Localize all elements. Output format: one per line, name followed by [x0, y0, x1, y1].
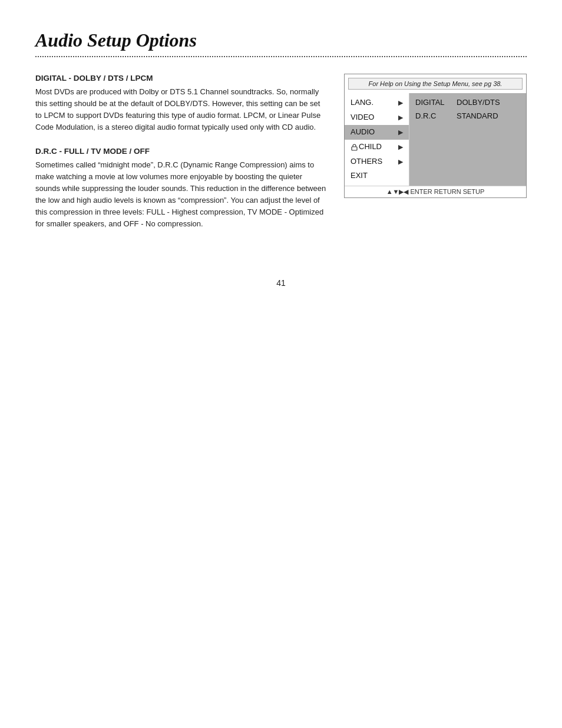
menu-item-others-arrow: ▶ — [398, 157, 403, 166]
section-divider — [35, 56, 527, 57]
page-content: Audio Setup Options DIGITAL - DOLBY / DT… — [0, 0, 562, 323]
menu-box: For Help on Using the Setup Menu, see pg… — [344, 74, 527, 198]
menu-item-child-arrow: ▶ — [398, 143, 403, 151]
menu-right-digital-value: DOLBY/DTS — [457, 98, 500, 107]
menu-item-video[interactable]: VIDEO ▶ — [345, 110, 409, 125]
menu-item-audio-label: AUDIO — [351, 127, 375, 137]
page-number: 41 — [35, 278, 527, 288]
section-digital: DIGITAL - DOLBY / DTS / LPCM Most DVDs a… — [35, 74, 326, 134]
menu-item-child[interactable]: CHILD ▶ — [345, 140, 409, 154]
section-drc-heading: D.R.C - FULL / TV MODE / OFF — [35, 147, 326, 156]
menu-left-column: LANG. ▶ VIDEO ▶ AUDIO ▶ — [345, 93, 409, 186]
menu-item-video-arrow: ▶ — [398, 113, 403, 121]
menu-item-audio[interactable]: AUDIO ▶ — [345, 125, 409, 140]
menu-nav-bar: ▲▼▶◀ ENTER RETURN SETUP — [345, 186, 526, 197]
menu-help-bar: For Help on Using the Setup Menu, see pg… — [348, 78, 523, 90]
svg-rect-0 — [352, 147, 357, 150]
main-layout: DIGITAL - DOLBY / DTS / LPCM Most DVDs a… — [35, 74, 527, 243]
menu-right-row-digital: DIGITAL DOLBY/DTS — [409, 95, 526, 109]
menu-right-row-drc: D.R.C STANDARD — [409, 109, 526, 123]
page-title: Audio Setup Options — [35, 29, 527, 51]
lock-icon — [351, 143, 358, 151]
menu-right-drc-label: D.R.C — [415, 111, 457, 120]
menu-right-column: DIGITAL DOLBY/DTS D.R.C STANDARD — [409, 93, 526, 186]
menu-item-lang-label: LANG. — [351, 98, 373, 108]
menu-item-exit-label: EXIT — [351, 171, 368, 181]
menu-item-lang-arrow: ▶ — [398, 98, 403, 107]
menu-item-others[interactable]: OTHERS ▶ — [345, 154, 409, 169]
menu-right-drc-value: STANDARD — [457, 111, 498, 120]
menu-item-lang[interactable]: LANG. ▶ — [345, 95, 409, 110]
menu-item-audio-arrow: ▶ — [398, 128, 403, 136]
section-digital-heading: DIGITAL - DOLBY / DTS / LPCM — [35, 74, 326, 83]
menu-panel: For Help on Using the Setup Menu, see pg… — [344, 74, 527, 198]
text-column: DIGITAL - DOLBY / DTS / LPCM Most DVDs a… — [35, 74, 326, 243]
section-drc: D.R.C - FULL / TV MODE / OFF Sometimes c… — [35, 147, 326, 230]
menu-item-others-label: OTHERS — [351, 157, 382, 167]
menu-item-exit[interactable]: EXIT — [345, 169, 409, 183]
menu-item-child-label-container: CHILD — [351, 142, 382, 152]
section-digital-body: Most DVDs are produced with Dolby or DTS… — [35, 86, 326, 134]
menu-item-video-label: VIDEO — [351, 113, 374, 123]
section-drc-body: Sometimes called “midnight mode”, D.R.C … — [35, 159, 326, 230]
menu-body: LANG. ▶ VIDEO ▶ AUDIO ▶ — [345, 93, 526, 186]
menu-right-digital-label: DIGITAL — [415, 98, 457, 107]
